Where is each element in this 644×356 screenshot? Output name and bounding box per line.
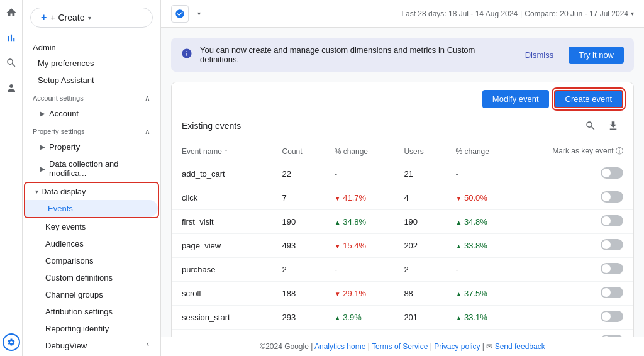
- create-dropdown-arrow: ▾: [88, 14, 91, 21]
- key-event-toggle[interactable]: [601, 263, 623, 274]
- table-row: click 7 ▼ 41.7% 4 ▼ 50.0%: [172, 186, 633, 210]
- cell-users-change: -: [446, 258, 516, 282]
- th-event-name[interactable]: Event name ↑: [172, 141, 272, 162]
- footer-privacy[interactable]: Privacy policy: [434, 342, 480, 351]
- search-icon[interactable]: [4, 55, 19, 70]
- cell-event-name: click: [172, 186, 272, 210]
- sidebar-item-comparisons[interactable]: Comparisons: [23, 252, 155, 269]
- table-row: purchase 2 - 2 -: [172, 258, 633, 282]
- cell-toggle[interactable]: [515, 306, 633, 330]
- create-button[interactable]: + + Create ▾: [30, 8, 153, 28]
- sidebar-item-property[interactable]: ▶ Property: [23, 138, 155, 155]
- datacollection-arrow: ▶: [40, 165, 45, 172]
- account-settings-section[interactable]: Account settings ∧: [23, 89, 160, 105]
- cell-count: 293: [272, 306, 325, 330]
- sidebar-item-debugview[interactable]: DebugView: [23, 337, 155, 354]
- cell-count-change: -: [325, 258, 394, 282]
- footer-feedback[interactable]: Send feedback: [495, 342, 545, 351]
- audiences-label: Audiences: [45, 239, 84, 248]
- th-count[interactable]: Count: [272, 141, 325, 162]
- sidebar-item-datadisplay[interactable]: ▾ Data display: [25, 183, 158, 200]
- cell-toggle[interactable]: [515, 162, 633, 186]
- events-label: Events: [48, 204, 73, 213]
- sidebar-item-audiences[interactable]: Audiences: [23, 235, 155, 252]
- cell-users-change: ▼ 50.0%: [446, 186, 516, 210]
- search-table-button[interactable]: [580, 116, 601, 136]
- cell-users: 2: [394, 258, 445, 282]
- sidebar-item-channelgroups[interactable]: Channel groups: [23, 286, 155, 303]
- cell-toggle[interactable]: [515, 282, 633, 306]
- sidebar-item-reportingidentity[interactable]: Reporting identity: [23, 320, 155, 337]
- cell-count-change: 0.0%: [325, 330, 394, 337]
- table-row: page_view 493 ▼ 15.4% 202 ▲ 33.8%: [172, 234, 633, 258]
- create-label: + Create: [50, 13, 84, 23]
- cell-users: 1: [394, 330, 445, 337]
- cell-toggle[interactable]: [515, 258, 633, 282]
- home-icon[interactable]: [4, 5, 19, 20]
- existing-events-title: Existing events: [182, 121, 241, 131]
- sidebar-collapse-button[interactable]: ‹: [140, 336, 155, 351]
- footer-analytics-home[interactable]: Analytics home: [314, 342, 365, 351]
- key-event-toggle[interactable]: [601, 167, 623, 179]
- key-event-toggle[interactable]: [601, 311, 623, 322]
- events-panel-actions: Modify event Create event: [482, 90, 623, 108]
- sidebar-item-datacollection[interactable]: ▶ Data collection and modifica...: [23, 155, 155, 182]
- th-count-change[interactable]: % change: [325, 141, 394, 162]
- sidebar-item-account[interactable]: ▶ Account: [23, 105, 155, 122]
- sidebar-item-customdefinitions[interactable]: Custom definitions: [23, 269, 155, 286]
- footer-terms[interactable]: Terms of Service: [372, 342, 428, 351]
- property-settings-section[interactable]: Property settings ∧: [23, 122, 160, 138]
- cell-users-change: -: [446, 162, 516, 186]
- sidebar-item-attributionsettings[interactable]: Attribution settings: [23, 303, 155, 320]
- cell-event-name: first_visit: [172, 210, 272, 234]
- table-header-row: Event name ↑ Count % change Users % chan…: [172, 141, 633, 162]
- table-row: add_to_cart 22 - 21 -: [172, 162, 633, 186]
- sidebar-item-setupassistant[interactable]: Setup Assistant: [23, 72, 155, 89]
- cell-toggle[interactable]: [515, 330, 633, 337]
- cell-count: 493: [272, 234, 325, 258]
- events-panel: Modify event Create event Existing event…: [171, 82, 634, 337]
- key-event-toggle[interactable]: [601, 287, 623, 298]
- check-circle-button[interactable]: [171, 5, 189, 23]
- key-event-toggle[interactable]: [601, 215, 623, 226]
- cell-toggle[interactable]: [515, 210, 633, 234]
- table-row: video_complete 1 0.0% 1 0.0%: [172, 330, 633, 337]
- cell-count-change: ▼ 41.7%: [325, 186, 394, 210]
- cell-count: 22: [272, 162, 325, 186]
- plus-icon: +: [41, 12, 47, 23]
- topbar-separator: |: [520, 9, 522, 18]
- th-users[interactable]: Users: [394, 141, 445, 162]
- property-settings-chevron[interactable]: ∧: [145, 127, 150, 136]
- sidebar-item-keyevents[interactable]: Key events: [23, 218, 155, 235]
- sidebar-item-mypreferences[interactable]: My preferences: [23, 55, 155, 72]
- modify-event-button[interactable]: Modify event: [482, 90, 549, 108]
- banner-dismiss-button[interactable]: Dismiss: [518, 47, 562, 64]
- account-label: Account: [49, 109, 79, 118]
- cell-toggle[interactable]: [515, 186, 633, 210]
- info-icon: [181, 48, 192, 62]
- cell-users: 190: [394, 210, 445, 234]
- bar-chart-icon[interactable]: [4, 30, 19, 45]
- key-event-toggle[interactable]: [601, 191, 623, 203]
- date-dropdown-arrow[interactable]: ▾: [631, 10, 634, 17]
- channel-groups-label: Channel groups: [45, 290, 103, 299]
- download-table-button[interactable]: [603, 116, 623, 136]
- th-users-change[interactable]: % change: [446, 141, 516, 162]
- key-event-toggle[interactable]: [601, 239, 623, 250]
- banner-try-button[interactable]: Try it now: [569, 47, 624, 64]
- cell-event-name: add_to_cart: [172, 162, 272, 186]
- settings-circle-button[interactable]: [3, 333, 20, 351]
- cell-users: 4: [394, 186, 445, 210]
- account-settings-chevron[interactable]: ∧: [145, 94, 150, 103]
- footer-copyright: ©2024 Google: [260, 342, 309, 351]
- banner-text: You can now create and manage custom dim…: [200, 45, 510, 64]
- person-icon[interactable]: [4, 81, 19, 96]
- sidebar-item-events[interactable]: Events: [25, 200, 158, 217]
- events-panel-header: Modify event Create event: [172, 82, 633, 116]
- topbar-dropdown-arrow[interactable]: ▾: [191, 6, 206, 21]
- create-event-button[interactable]: Create event: [554, 90, 623, 108]
- cell-count-change: ▲ 34.8%: [325, 210, 394, 234]
- cell-toggle[interactable]: [515, 234, 633, 258]
- my-preferences-label: My preferences: [38, 58, 94, 68]
- key-event-toggle[interactable]: [601, 335, 623, 337]
